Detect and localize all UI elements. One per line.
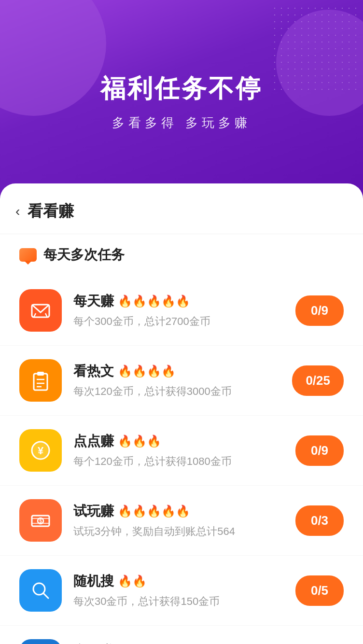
task-icon-click-earn: ¥ (19, 429, 62, 472)
section-label-text: 每天多次任务 (43, 246, 125, 264)
svg-text:$: $ (39, 518, 42, 524)
task-icon-trial-earn: $ (19, 499, 62, 542)
task-desc-daily-earn: 每个300金币，总计2700金币 (73, 314, 284, 329)
task-item: 浏览赚 🔥 每次28金币，总计获得140金币 0/5 (0, 626, 363, 644)
task-icon-browse-earn (19, 639, 62, 644)
task-list: 每天赚 🔥🔥🔥🔥🔥 每个300金币，总计2700金币 0/9 看热文 🔥🔥🔥🔥 … (0, 276, 363, 644)
task-item: $ 试玩赚 🔥🔥🔥🔥🔥 试玩3分钟，奖励自动到账总计564 0/3 (0, 486, 363, 556)
task-icon-hot-article (19, 359, 62, 402)
task-name-browse-earn: 浏览赚 🔥 (73, 642, 284, 644)
section-label: 每天多次任务 (0, 234, 363, 276)
task-desc-random-search: 每次30金币，总计获得150金币 (73, 594, 284, 609)
task-info-click-earn: 点点赚 🔥🔥🔥 每个120金币，总计获得1080金币 (73, 432, 284, 469)
task-item: 看热文 🔥🔥🔥🔥 每次120金币，总计获得3000金币 0/25 (0, 346, 363, 416)
task-name-trial-earn: 试玩赚 🔥🔥🔥🔥🔥 (73, 502, 284, 520)
task-icon-random-search (19, 569, 62, 612)
hero-subtitle: 多看多得 多玩多赚 (112, 114, 251, 131)
svg-rect-3 (34, 374, 47, 390)
task-item: 随机搜 🔥🔥 每次30金币，总计获得150金币 0/5 (0, 556, 363, 626)
task-btn-daily-earn[interactable]: 0/9 (295, 295, 344, 326)
task-name-random-search: 随机搜 🔥🔥 (73, 572, 284, 590)
task-item: 每天赚 🔥🔥🔥🔥🔥 每个300金币，总计2700金币 0/9 (0, 276, 363, 346)
task-name-click-earn: 点点赚 🔥🔥🔥 (73, 432, 284, 450)
task-info-daily-earn: 每天赚 🔥🔥🔥🔥🔥 每个300金币，总计2700金币 (73, 292, 284, 329)
task-desc-trial-earn: 试玩3分钟，奖励自动到账总计564 (73, 524, 284, 539)
task-btn-hot-article[interactable]: 0/25 (292, 365, 344, 396)
task-name-hot-article: 看热文 🔥🔥🔥🔥 (73, 362, 280, 380)
task-desc-hot-article: 每次120金币，总计获得3000金币 (73, 384, 280, 399)
task-desc-click-earn: 每个120金币，总计获得1080金币 (73, 454, 284, 469)
svg-line-16 (43, 593, 48, 598)
svg-text:¥: ¥ (38, 445, 44, 457)
task-info-browse-earn: 浏览赚 🔥 每次28金币，总计获得140金币 (73, 642, 284, 644)
task-btn-trial-earn[interactable]: 0/3 (295, 505, 344, 536)
svg-rect-4 (37, 372, 44, 376)
main-card: ‹ 看看赚 每天多次任务 每天赚 🔥🔥🔥🔥🔥 每个300金币，总计2700金币 … (0, 183, 363, 644)
hero-title: 福利任务不停 (100, 72, 263, 106)
back-button[interactable]: ‹ (15, 205, 20, 218)
task-btn-random-search[interactable]: 0/5 (295, 575, 344, 606)
task-name-daily-earn: 每天赚 🔥🔥🔥🔥🔥 (73, 292, 284, 310)
card-title: 看看赚 (28, 201, 74, 222)
task-item: ¥ 点点赚 🔥🔥🔥 每个120金币，总计获得1080金币 0/9 (0, 416, 363, 486)
dot-pattern (271, 5, 358, 92)
task-btn-click-earn[interactable]: 0/9 (295, 435, 344, 466)
hero-section: 福利任务不停 多看多得 多玩多赚 (0, 0, 363, 203)
task-info-hot-article: 看热文 🔥🔥🔥🔥 每次120金币，总计获得3000金币 (73, 362, 280, 399)
task-info-random-search: 随机搜 🔥🔥 每次30金币，总计获得150金币 (73, 572, 284, 609)
card-header: ‹ 看看赚 (0, 183, 363, 234)
task-icon-daily-earn (19, 289, 62, 332)
section-icon (19, 248, 37, 262)
task-info-trial-earn: 试玩赚 🔥🔥🔥🔥🔥 试玩3分钟，奖励自动到账总计564 (73, 502, 284, 539)
